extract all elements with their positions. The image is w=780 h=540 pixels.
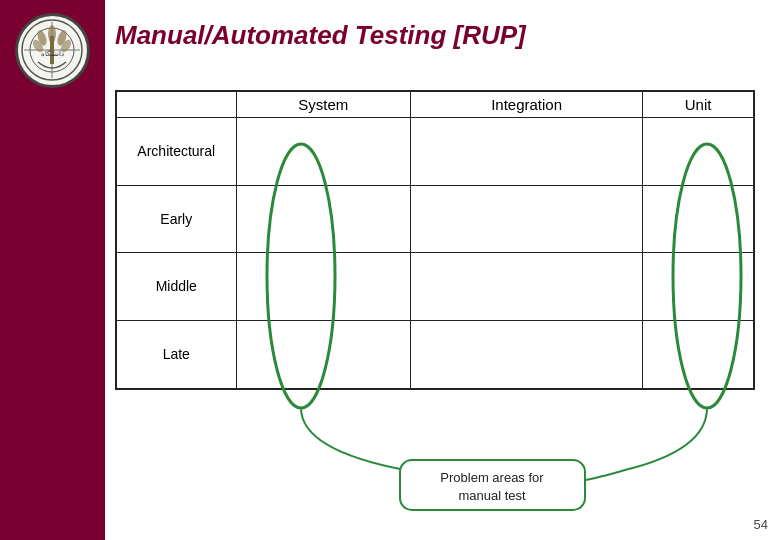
table-row: Late <box>116 320 754 389</box>
table-cell <box>643 185 754 253</box>
table-cell <box>236 118 410 186</box>
svg-text:Problem areas for: Problem areas for <box>440 470 544 485</box>
page-number: 54 <box>754 517 768 532</box>
table-row: Middle <box>116 253 754 321</box>
table-cell <box>643 320 754 389</box>
rup-table: System Integration Unit Architectural Ea… <box>115 90 755 390</box>
table-cell <box>643 253 754 321</box>
row-label-late: Late <box>116 320 236 389</box>
table-cell <box>410 320 642 389</box>
table-cell <box>410 185 642 253</box>
svg-rect-13 <box>400 460 585 510</box>
rup-table-wrapper: System Integration Unit Architectural Ea… <box>115 90 755 390</box>
table-header-empty <box>116 91 236 118</box>
table-cell <box>410 253 642 321</box>
svg-text:دانشگاه: دانشگاه <box>41 49 64 57</box>
table-row: Architectural <box>116 118 754 186</box>
table-header-system: System <box>236 91 410 118</box>
logo-area: دانشگاه <box>10 8 95 93</box>
table-header-unit: Unit <box>643 91 754 118</box>
table-cell <box>410 118 642 186</box>
university-logo: دانشگاه <box>15 13 90 88</box>
table-cell <box>236 320 410 389</box>
table-cell <box>236 185 410 253</box>
table-cell <box>643 118 754 186</box>
svg-text:manual test: manual test <box>458 488 526 503</box>
row-label-middle: Middle <box>116 253 236 321</box>
page-title: Manual/Automated Testing [RUP] <box>115 20 760 51</box>
content-area: System Integration Unit Architectural Ea… <box>115 80 765 510</box>
table-header-integration: Integration <box>410 91 642 118</box>
table-row: Early <box>116 185 754 253</box>
row-label-early: Early <box>116 185 236 253</box>
row-label-architectural: Architectural <box>116 118 236 186</box>
table-cell <box>236 253 410 321</box>
